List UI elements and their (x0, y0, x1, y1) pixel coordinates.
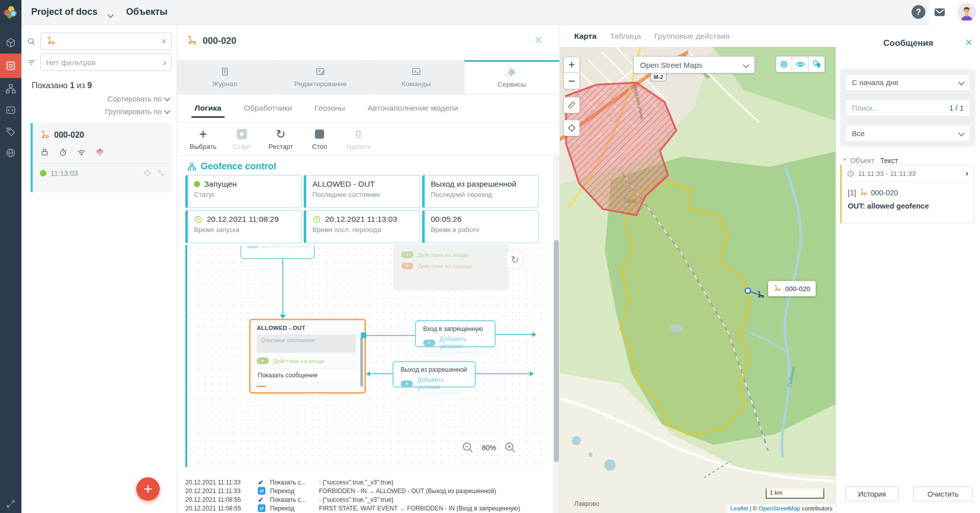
messages-search-input[interactable] (852, 104, 949, 112)
subtab-geofences[interactable]: Геозоны (314, 94, 345, 122)
history-button[interactable]: История (845, 486, 899, 501)
project-selector[interactable]: Project of docs (31, 7, 97, 17)
entry-actions-row[interactable]: + Действия на входе (257, 357, 358, 364)
clear-search-button[interactable]: × (161, 36, 166, 47)
close-messages-button[interactable]: × (965, 36, 972, 48)
content-scrollbar[interactable] (553, 156, 559, 513)
flow-transition-enter-forbidden[interactable]: Вход в запрещенную +Добавить условия (415, 320, 496, 347)
restart-button[interactable]: ↻ Рестарт (265, 128, 297, 150)
zoom-out-icon[interactable] (461, 441, 475, 454)
close-detail-button[interactable]: × (534, 33, 542, 46)
connector-handle[interactable] (361, 332, 366, 338)
stop-button[interactable]: Стоп (304, 128, 335, 150)
rail-item-tags[interactable] (0, 121, 21, 142)
subtab-handlers[interactable]: Обработчики (244, 94, 292, 122)
log-row[interactable]: 20.12.2021 11:11:33 ⇄ Переход FORBIDDEN … (185, 486, 545, 495)
user-avatar[interactable] (958, 3, 976, 21)
station-icon (95, 147, 105, 157)
orange-dash (257, 386, 266, 387)
state-description-input[interactable]: Описание состояния (257, 335, 356, 353)
subtab-autofill[interactable]: Автонаполнение модели (368, 94, 458, 122)
log-row[interactable]: 20.12.2021 11:08:55 ✔ Показать с... : {"… (185, 495, 545, 504)
group-by-dropdown[interactable]: Группировать по (105, 108, 169, 116)
subtab-logic[interactable]: Логика (194, 94, 222, 122)
diagram-refresh-button[interactable]: ↻ (506, 251, 524, 268)
delete-button[interactable]: Удалить (342, 128, 374, 150)
select-button[interactable]: + Выбрать (187, 128, 219, 150)
zoom-in-icon[interactable] (503, 441, 517, 454)
osm-link[interactable]: OpenStreetMap (759, 505, 800, 511)
clock-icon (312, 215, 321, 224)
lock-icon (40, 147, 50, 157)
nav-objects[interactable]: Объекты (126, 7, 167, 17)
tab-group-actions[interactable]: Групповые действия (654, 32, 730, 41)
plus-icon: + (199, 129, 207, 140)
map-zoom-in-button[interactable]: + (564, 57, 580, 73)
chevron-down-icon[interactable] (108, 10, 113, 19)
service-title: Geofence control (187, 161, 276, 172)
scooter-filter-chip[interactable] (46, 36, 56, 46)
app-logo[interactable]: R (0, 0, 21, 25)
start-button[interactable]: Старт (226, 128, 258, 150)
node-scrollbar[interactable] (360, 337, 363, 387)
sort-by-dropdown[interactable]: Сортировать по (107, 95, 169, 103)
flow-transition-exit-allowed[interactable]: Выход из разрешенной +Добавить условия (393, 361, 476, 388)
message-object-name: 000-020 (871, 189, 898, 197)
rail-item-network[interactable] (0, 142, 21, 164)
show-message-action[interactable]: Показать сообщение (254, 368, 361, 382)
show-markers-button[interactable] (808, 56, 825, 72)
top-bar: R Project of docs Объекты ? (0, 0, 980, 25)
chevron-right-icon[interactable]: › (966, 169, 968, 178)
mail-button[interactable] (933, 6, 946, 18)
tab-journal[interactable]: Журнал (177, 60, 273, 94)
filters-field[interactable]: Нет фильтров › (40, 54, 172, 71)
locate-icon[interactable] (143, 169, 152, 177)
bullseye-icon (779, 59, 789, 69)
clear-button[interactable]: Очистить (913, 486, 973, 501)
collapse-icon[interactable] (157, 169, 165, 177)
plus-pill-icon: + (401, 251, 413, 258)
vehicle-marker[interactable] (756, 291, 765, 299)
type-select[interactable]: Все (845, 125, 970, 142)
message-item[interactable]: 11:11:33 - 11:11:33 › [1] 000-020 OUT: a… (840, 165, 974, 223)
rail-item-scripts[interactable] (0, 99, 21, 121)
service-subtabs: Логика Обработчики Геозоны Автонаполнени… (177, 94, 559, 122)
map-layer-select[interactable]: Open Street Maps (633, 56, 755, 73)
log-row[interactable]: 20.12.2021 11:11:33 ✔ Показать с... : {"… (185, 478, 545, 486)
filters-placeholder: Нет фильтров (46, 58, 95, 67)
follow-object-button[interactable] (776, 56, 792, 72)
add-object-button[interactable]: + (136, 477, 160, 501)
period-select[interactable]: С начала дня (845, 74, 970, 91)
map-measure-button[interactable] (564, 97, 580, 113)
object-search-input[interactable]: × (40, 33, 172, 50)
tab-table[interactable]: Таблица (610, 32, 641, 41)
rail-expand-button[interactable] (0, 499, 21, 509)
funnel-icon (27, 58, 36, 67)
envelope-icon (933, 6, 946, 18)
tab-commands[interactable]: Команды (369, 60, 464, 94)
visibility-button[interactable] (792, 56, 808, 72)
rail-item-objects[interactable] (0, 54, 21, 78)
logic-flow-diagram[interactable]: +Добавить условия +Действия на входе +Де… (185, 245, 545, 467)
flow-node-forbidden[interactable]: +Действия на входе +Действия на выходе (394, 245, 508, 290)
map-zoom-out-button[interactable]: − (564, 73, 580, 89)
rail-item-structure[interactable] (0, 78, 21, 99)
scooter-icon (756, 291, 765, 299)
map-marker-label[interactable]: 000-020 (768, 281, 816, 296)
leaflet-link[interactable]: Leaflet (730, 505, 748, 511)
object-list-item[interactable]: 000-020 11:13:03 (31, 123, 172, 192)
tab-edit[interactable]: Редактирование (273, 60, 369, 94)
flow-node-allowed-out[interactable]: ALLOWED - OUT Описание состояния + Дейст… (249, 319, 366, 394)
map-draw-geofence-button[interactable] (564, 120, 580, 136)
rail-item-modules[interactable] (0, 32, 21, 54)
tab-services[interactable]: Сервисы (464, 60, 560, 94)
detail-title: 000-020 (203, 36, 236, 46)
tag-icon (5, 126, 16, 137)
help-button[interactable]: ? (912, 5, 925, 19)
flow-node-first-state[interactable]: +Добавить условия (240, 246, 315, 259)
log-row[interactable]: 20.12.2021 11:08:55 ⇄ Переход FIRST STAT… (185, 504, 545, 512)
map-view[interactable]: Гать Лаврово Городская улица Угольная ул… (560, 47, 836, 513)
tab-map[interactable]: Карта (574, 32, 597, 41)
status-card: 00:05:26 Время в работе (422, 210, 538, 243)
objects-panel: × Нет фильтров › Показано 1 из 9 Сортиро… (21, 25, 177, 513)
